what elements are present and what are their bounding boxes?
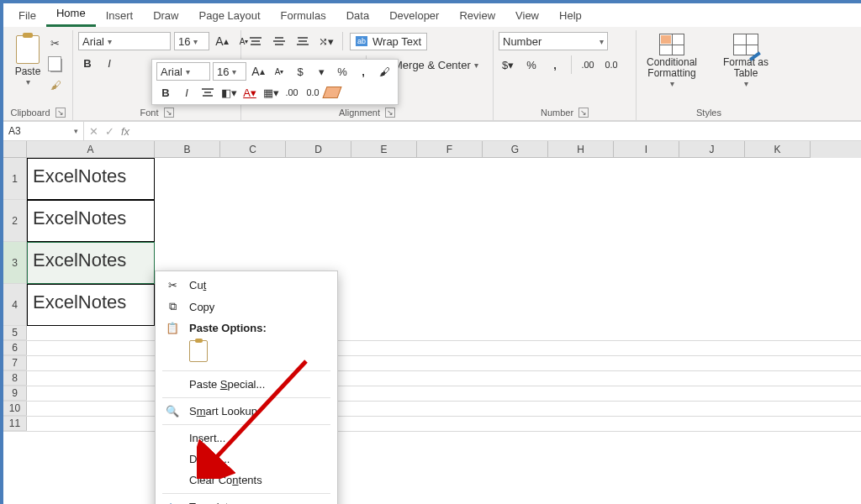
font-size-combo[interactable]: 16▾ — [174, 32, 209, 50]
mini-percent-icon[interactable]: % — [333, 62, 351, 81]
percent-format-icon[interactable]: % — [522, 55, 541, 74]
cell-a3[interactable]: ExcelNotes — [27, 242, 155, 284]
ctx-cut[interactable]: ✂Cut — [156, 275, 337, 296]
col-header-d[interactable]: D — [286, 141, 351, 158]
tab-review[interactable]: Review — [449, 6, 505, 27]
column-headers[interactable]: A B C D E F G H I J K — [27, 141, 861, 158]
col-header-i[interactable]: I — [614, 141, 679, 158]
clipboard-launcher-icon[interactable]: ↘ — [55, 108, 66, 118]
row-header-8[interactable]: 8 — [3, 371, 27, 386]
conditional-formatting-button[interactable]: Conditional Formatting ▾ — [642, 34, 702, 88]
align-middle-icon[interactable] — [270, 34, 288, 49]
orientation-icon[interactable]: ⤭▾ — [317, 32, 335, 50]
tab-home[interactable]: Home — [46, 3, 96, 27]
mini-comma-icon[interactable]: , — [354, 62, 372, 81]
tab-file[interactable]: File — [8, 6, 46, 27]
align-bottom-icon[interactable] — [293, 34, 312, 49]
col-header-a[interactable]: A — [27, 141, 155, 158]
copy-icon[interactable] — [50, 59, 62, 72]
col-header-f[interactable]: F — [417, 141, 483, 158]
mini-font-size[interactable]: 16▾ — [213, 62, 246, 81]
tab-data[interactable]: Data — [336, 6, 379, 27]
ctx-clear-contents[interactable]: Clear Contents — [156, 470, 337, 491]
row-header-9[interactable]: 9 — [3, 386, 27, 401]
mini-format-painter-icon[interactable]: 🖌 — [375, 62, 394, 81]
select-all-corner[interactable] — [3, 141, 27, 158]
copy-menu-icon: ⧉ — [164, 300, 181, 313]
row-header-3[interactable]: 3 — [3, 242, 27, 284]
mini-align-icon[interactable] — [198, 85, 217, 100]
tab-help[interactable]: Help — [549, 6, 592, 27]
mini-increase-decimal-icon[interactable]: .00 — [283, 83, 301, 102]
number-launcher-icon[interactable]: ↘ — [578, 108, 589, 118]
name-box[interactable]: A3▾ — [3, 122, 84, 140]
tab-developer[interactable]: Developer — [379, 6, 449, 27]
col-header-k[interactable]: K — [745, 141, 811, 158]
ctx-paste-default[interactable] — [156, 339, 337, 368]
paste-option-icon — [189, 340, 208, 362]
row-header-2[interactable]: 2 — [3, 200, 27, 242]
tab-page-layout[interactable]: Page Layout — [189, 6, 271, 27]
wrap-text-button[interactable]: abWrap Text — [350, 33, 427, 50]
accounting-format-icon[interactable]: $ ▾ — [499, 55, 517, 74]
align-top-icon[interactable] — [246, 34, 265, 49]
increase-decimal-icon[interactable]: .00 — [578, 55, 597, 74]
mini-toolbar: Arial▾ 16▾ A▴ A▾ $ ▾ % , 🖌 B I ◧▾ A▾ ▦▾ … — [151, 59, 399, 105]
ctx-smart-lookup[interactable]: 🔍Smart Lookup — [156, 401, 337, 422]
italic-button[interactable]: I — [100, 54, 119, 72]
font-launcher-icon[interactable]: ↘ — [164, 108, 174, 118]
mini-fill-color-icon[interactable]: ◧▾ — [219, 83, 238, 102]
tab-view[interactable]: View — [505, 6, 549, 27]
row-header-6[interactable]: 6 — [3, 341, 27, 355]
format-painter-icon[interactable]: 🖌 — [50, 79, 66, 94]
mini-decrease-decimal-icon[interactable]: 0.0 — [304, 83, 322, 102]
row-header-5[interactable]: 5 — [3, 326, 27, 340]
mini-bold-button[interactable]: B — [156, 83, 175, 102]
ctx-paste-special[interactable]: Paste Special... — [156, 374, 337, 395]
row-header-7[interactable]: 7 — [3, 356, 27, 370]
mini-accounting-icon[interactable]: $ — [291, 62, 309, 81]
row-header-1[interactable]: 1 — [3, 158, 27, 200]
mini-font-color-icon[interactable]: A▾ — [240, 83, 259, 102]
paste-button[interactable]: Paste ▾ — [8, 32, 47, 87]
number-format-combo[interactable]: Number▾ — [499, 32, 608, 50]
col-header-e[interactable]: E — [351, 141, 417, 158]
formula-input[interactable]: ✕✓fx — [84, 122, 861, 140]
row-header-10[interactable]: 10 — [3, 402, 27, 416]
col-header-c[interactable]: C — [220, 141, 286, 158]
col-header-g[interactable]: G — [483, 141, 548, 158]
bold-button[interactable]: B — [78, 54, 97, 72]
cell-a4[interactable]: ExcelNotes — [27, 284, 155, 326]
ctx-insert[interactable]: Insert... — [156, 428, 337, 449]
tab-formulas[interactable]: Formulas — [271, 6, 336, 27]
mini-clear-format-icon[interactable] — [322, 87, 341, 98]
mini-separator: ▾ — [312, 62, 330, 81]
cell-a1[interactable]: ExcelNotes — [27, 158, 155, 200]
col-header-b[interactable]: B — [155, 141, 220, 158]
alignment-launcher-icon[interactable]: ↘ — [385, 108, 395, 118]
tab-draw[interactable]: Draw — [143, 6, 188, 27]
col-header-h[interactable]: H — [548, 141, 614, 158]
ctx-translate[interactable]: ⇆Translate — [156, 496, 337, 504]
mini-decrease-font-icon[interactable]: A▾ — [270, 62, 288, 81]
ctx-copy[interactable]: ⧉Copy — [156, 296, 337, 318]
increase-font-icon[interactable]: A▴ — [213, 32, 231, 50]
font-name-combo[interactable]: Arial▾ — [78, 32, 171, 50]
mini-border-icon[interactable]: ▦▾ — [261, 83, 280, 102]
worksheet[interactable]: A B C D E F G H I J K 1 ExcelNotes 2 Exc… — [3, 141, 861, 502]
comma-format-icon[interactable]: , — [546, 55, 564, 74]
search-icon: 🔍 — [164, 405, 181, 417]
mini-italic-button[interactable]: I — [177, 83, 196, 102]
cut-icon[interactable]: ✂ — [50, 37, 66, 52]
col-header-j[interactable]: J — [679, 141, 745, 158]
group-clipboard: Paste ▾ ✂ 🖌 Clipboard↘ — [3, 30, 73, 120]
row-header-11[interactable]: 11 — [3, 417, 27, 431]
ctx-delete[interactable]: Delete... — [156, 449, 337, 470]
mini-increase-font-icon[interactable]: A▴ — [249, 62, 267, 81]
decrease-decimal-icon[interactable]: 0.0 — [602, 55, 621, 74]
format-as-table-button[interactable]: Format as Table ▾ — [716, 34, 776, 88]
tab-insert[interactable]: Insert — [96, 6, 144, 27]
cell-a2[interactable]: ExcelNotes — [27, 200, 155, 242]
mini-font-name[interactable]: Arial▾ — [156, 62, 210, 81]
row-header-4[interactable]: 4 — [3, 284, 27, 326]
